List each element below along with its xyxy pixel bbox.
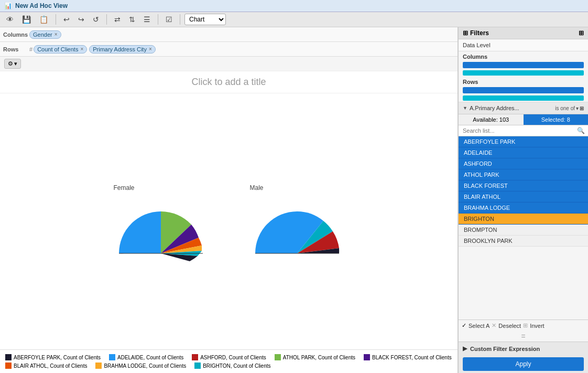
search-icon: 🔍 <box>577 127 585 134</box>
filter-settings-icon[interactable]: ⊞ <box>579 29 584 37</box>
separator-1 <box>56 14 56 25</box>
action-sep-2: ⊞ <box>523 322 528 329</box>
content-toolbar: ⚙ ▾ <box>0 57 458 71</box>
left-panel: Columns Gender × Rows # Count of Clients… <box>0 27 458 373</box>
check-icon: ✓ <box>462 322 466 329</box>
rows-filter-bar <box>463 87 584 93</box>
primary-address-tag[interactable]: Primary Address City × <box>89 45 156 54</box>
male-pie-chart <box>250 196 344 259</box>
legend-label-1: ADELAIDE, Count of Clients <box>117 355 183 360</box>
legend-item-1: ADELAIDE, Count of Clients <box>109 354 183 360</box>
apply-button[interactable]: Apply <box>463 357 584 371</box>
drag-handle: = <box>459 331 588 342</box>
is-one-of-arrow: ▾ <box>576 105 579 111</box>
select-all-button[interactable]: Select A <box>469 323 489 329</box>
invert-button[interactable]: Invert <box>530 323 545 329</box>
custom-filter-header[interactable]: ▶ Custom Filter Expression <box>459 342 588 355</box>
male-chart-label: Male <box>250 184 264 191</box>
triangle-icon: ▼ <box>463 105 467 111</box>
switch-button[interactable]: ⇄ <box>111 14 124 25</box>
city-item-1[interactable]: ADELAIDE <box>459 147 588 158</box>
city-item-0[interactable]: ABERFOYLE PARK <box>459 136 588 147</box>
legend-item-4: BLACK FOREST, Count of Clients <box>364 354 452 360</box>
legend-item-6: BRAHMA LODGE, Count of Clients <box>95 363 186 369</box>
is-one-of-label: is one of <box>555 105 575 111</box>
filter-options-icon[interactable]: ⊞ <box>580 105 584 111</box>
count-clients-tag-close[interactable]: × <box>80 46 83 52</box>
address-filter: ▼ A.Primary Addres... is one of ▾ ⊞ Avai… <box>459 102 588 342</box>
legend-label-2: ASHFORD, Count of Clients <box>200 355 266 360</box>
count-clients-tag[interactable]: Count of Clients × <box>34 45 87 54</box>
city-item-9[interactable]: BROOKLYN PARK <box>459 236 588 247</box>
gender-tag-text: Gender <box>33 31 52 38</box>
legend-swatch-5 <box>5 363 12 369</box>
addr-filter-header: ▼ A.Primary Addres... is one of ▾ ⊞ <box>459 102 588 114</box>
list-button[interactable]: ☰ <box>140 14 154 25</box>
check-button[interactable]: ☑ <box>162 14 176 25</box>
deselect-label: Deselect <box>498 323 521 329</box>
selected-count: 8 <box>567 116 570 123</box>
main-area: Columns Gender × Rows # Count of Clients… <box>0 27 588 373</box>
separator-2 <box>106 14 107 25</box>
invert-label: Invert <box>530 323 545 329</box>
save-as-button[interactable]: 📋 <box>36 14 51 25</box>
custom-filter-label: Custom Filter Expression <box>470 346 540 352</box>
available-tab[interactable]: Available: 103 <box>459 114 524 125</box>
rows-bar: Rows # Count of Clients × Primary Addres… <box>0 42 458 57</box>
sort-button[interactable]: ⇅ <box>126 14 138 25</box>
city-item-8[interactable]: BROMPTON <box>459 225 588 236</box>
primary-address-tag-text: Primary Address City <box>93 46 147 52</box>
redo-button[interactable]: ↪ <box>75 14 88 25</box>
deselect-button[interactable]: Deselect <box>498 323 521 329</box>
app-icon: 📊 <box>4 2 12 9</box>
columns-bar: Columns Gender × <box>0 27 458 42</box>
legend-swatch-2 <box>192 354 198 360</box>
toolbar: 👁 💾 📋 ↩ ↪ ↺ ⇄ ⇅ ☰ ☑ Chart Table Crosstab <box>0 12 588 27</box>
primary-address-tag-close[interactable]: × <box>149 46 152 52</box>
action-sep-1: ✕ <box>492 322 496 329</box>
columns-section-label: Columns <box>459 51 588 62</box>
legend-swatch-1 <box>109 354 115 360</box>
gender-tag-close[interactable]: × <box>55 31 58 37</box>
data-level-label: Data Level <box>463 42 491 48</box>
legend-item-7: BRIGHTON, Count of Clients <box>194 363 270 369</box>
right-panel: ⊞ Filters ⊞ Data Level Columns Rows ▼ A.… <box>458 27 588 373</box>
male-slice-adelaide <box>255 211 297 253</box>
separator-4 <box>180 14 180 25</box>
custom-filter-section: ▶ Custom Filter Expression Apply <box>459 342 588 373</box>
list-actions: ✓ Select A ✕ Deselect ⊞ Invert <box>459 319 588 331</box>
available-count: 103 <box>499 116 509 123</box>
chart-title[interactable]: Click to add a title <box>0 71 458 93</box>
count-clients-tag-text: Count of Clients <box>37 46 78 52</box>
select-all-label: Select A <box>469 323 489 329</box>
undo-button[interactable]: ↩ <box>60 14 73 25</box>
title-bar: 📊 New Ad Hoc View <box>0 0 588 12</box>
custom-filter-arrow: ▶ <box>463 345 467 352</box>
legend-item-0: ABERFOYLE PARK, Count of Clients <box>5 354 101 360</box>
legend-item-3: ATHOL PARK, Count of Clients <box>275 354 355 360</box>
city-item-5[interactable]: BLAIR ATHOL <box>459 191 588 203</box>
legend-swatch-6 <box>95 363 102 369</box>
city-item-6[interactable]: BRAHMA LODGE <box>459 203 588 214</box>
city-item-4[interactable]: BLACK FOREST <box>459 180 588 191</box>
redo2-button[interactable]: ↺ <box>90 14 102 25</box>
filter-icon: ⊞ <box>463 29 468 37</box>
legend-label-4: BLACK FOREST, Count of Clients <box>372 355 452 360</box>
avail-selected-row: Available: 103 Selected: 8 <box>459 114 588 125</box>
save-button[interactable]: 💾 <box>19 14 34 25</box>
city-item-7[interactable]: BRIGHTON <box>459 214 588 225</box>
female-slice-adelaide <box>119 211 161 253</box>
eye-button[interactable]: 👁 <box>3 14 17 25</box>
columns-filter-bar <box>463 62 584 68</box>
selected-tab[interactable]: Selected: 8 <box>524 114 589 125</box>
chart-type-select[interactable]: Chart Table Crosstab <box>184 14 226 25</box>
city-item-2[interactable]: ASHFORD <box>459 158 588 169</box>
city-item-3[interactable]: ATHOL PARK <box>459 169 588 180</box>
is-one-of-button[interactable]: is one of ▾ <box>555 105 579 111</box>
city-search-input[interactable] <box>462 126 577 135</box>
city-list[interactable]: ABERFOYLE PARK ADELAIDE ASHFORD ATHOL PA… <box>459 136 588 319</box>
settings-button[interactable]: ⚙ ▾ <box>4 59 21 69</box>
addr-filter-title-text: A.Primary Addres... <box>470 105 519 111</box>
filters-title: Filters <box>470 29 489 37</box>
gender-tag[interactable]: Gender × <box>29 30 61 39</box>
